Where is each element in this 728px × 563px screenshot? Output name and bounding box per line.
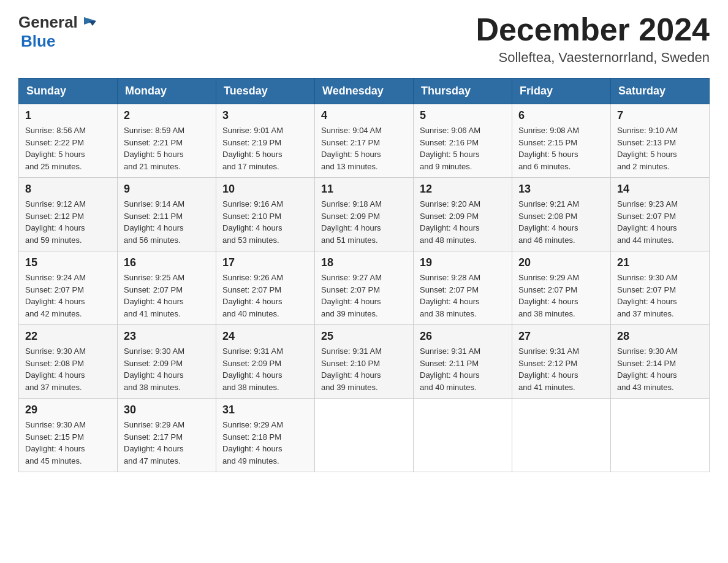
day-number: 5 (420, 109, 506, 122)
calendar-cell: 13Sunrise: 9:21 AMSunset: 2:08 PMDayligh… (512, 178, 611, 251)
calendar-cell: 12Sunrise: 9:20 AMSunset: 2:09 PMDayligh… (414, 178, 512, 251)
col-sunday: Sunday (19, 79, 118, 104)
col-thursday: Thursday (414, 79, 512, 104)
month-year-title: December 2024 (476, 12, 710, 47)
day-number: 31 (222, 404, 308, 416)
calendar-cell: 18Sunrise: 9:27 AMSunset: 2:07 PMDayligh… (315, 251, 414, 325)
logo: General Blue (18, 12, 99, 51)
calendar-header-row: Sunday Monday Tuesday Wednesday Thursday… (19, 79, 710, 104)
day-info: Sunrise: 8:56 AMSunset: 2:22 PMDaylight:… (25, 124, 111, 172)
day-info: Sunrise: 9:29 AMSunset: 2:07 PMDaylight:… (518, 272, 604, 320)
calendar-cell: 15Sunrise: 9:24 AMSunset: 2:07 PMDayligh… (19, 251, 118, 325)
location-subtitle: Solleftea, Vaesternorrland, Sweden (476, 50, 710, 66)
day-info: Sunrise: 9:30 AMSunset: 2:08 PMDaylight:… (25, 345, 111, 393)
day-number: 27 (518, 330, 604, 343)
week-row-3: 15Sunrise: 9:24 AMSunset: 2:07 PMDayligh… (19, 251, 710, 325)
day-number: 10 (222, 183, 308, 196)
calendar-cell: 5Sunrise: 9:06 AMSunset: 2:16 PMDaylight… (414, 104, 512, 178)
calendar-cell: 20Sunrise: 9:29 AMSunset: 2:07 PMDayligh… (512, 251, 611, 325)
day-info: Sunrise: 9:20 AMSunset: 2:09 PMDaylight:… (420, 198, 506, 246)
day-info: Sunrise: 9:14 AMSunset: 2:11 PMDaylight:… (124, 198, 210, 246)
calendar-cell (512, 399, 611, 472)
day-info: Sunrise: 9:24 AMSunset: 2:07 PMDaylight:… (25, 272, 111, 320)
day-number: 29 (25, 404, 111, 416)
week-row-1: 1Sunrise: 8:56 AMSunset: 2:22 PMDaylight… (19, 104, 710, 178)
logo-text-general: General (18, 13, 78, 32)
day-info: Sunrise: 9:26 AMSunset: 2:07 PMDaylight:… (222, 272, 308, 320)
day-info: Sunrise: 9:06 AMSunset: 2:16 PMDaylight:… (420, 124, 506, 172)
day-info: Sunrise: 9:25 AMSunset: 2:07 PMDaylight:… (124, 272, 210, 320)
day-number: 1 (25, 109, 111, 122)
calendar-cell: 27Sunrise: 9:31 AMSunset: 2:12 PMDayligh… (512, 325, 611, 399)
day-info: Sunrise: 9:30 AMSunset: 2:15 PMDaylight:… (25, 419, 111, 467)
day-info: Sunrise: 9:18 AMSunset: 2:09 PMDaylight:… (321, 198, 407, 246)
day-info: Sunrise: 9:31 AMSunset: 2:09 PMDaylight:… (222, 345, 308, 393)
day-number: 13 (518, 183, 604, 196)
calendar-cell: 14Sunrise: 9:23 AMSunset: 2:07 PMDayligh… (611, 178, 710, 251)
day-number: 4 (321, 109, 407, 122)
calendar-cell: 23Sunrise: 9:30 AMSunset: 2:09 PMDayligh… (118, 325, 216, 399)
col-wednesday: Wednesday (315, 79, 414, 104)
day-number: 24 (222, 330, 308, 343)
week-row-4: 22Sunrise: 9:30 AMSunset: 2:08 PMDayligh… (19, 325, 710, 399)
week-row-5: 29Sunrise: 9:30 AMSunset: 2:15 PMDayligh… (19, 399, 710, 472)
day-number: 7 (617, 109, 703, 122)
day-number: 19 (420, 256, 506, 269)
day-info: Sunrise: 9:12 AMSunset: 2:12 PMDaylight:… (25, 198, 111, 246)
calendar-cell: 31Sunrise: 9:29 AMSunset: 2:18 PMDayligh… (216, 399, 315, 472)
calendar-cell: 11Sunrise: 9:18 AMSunset: 2:09 PMDayligh… (315, 178, 414, 251)
day-number: 2 (124, 109, 210, 122)
day-number: 21 (617, 256, 703, 269)
calendar-cell: 3Sunrise: 9:01 AMSunset: 2:19 PMDaylight… (216, 104, 315, 178)
day-info: Sunrise: 9:28 AMSunset: 2:07 PMDaylight:… (420, 272, 506, 320)
calendar-cell: 1Sunrise: 8:56 AMSunset: 2:22 PMDaylight… (19, 104, 118, 178)
day-number: 14 (617, 183, 703, 196)
day-info: Sunrise: 9:31 AMSunset: 2:12 PMDaylight:… (518, 345, 604, 393)
calendar-cell: 19Sunrise: 9:28 AMSunset: 2:07 PMDayligh… (414, 251, 512, 325)
day-number: 25 (321, 330, 407, 343)
calendar-cell: 22Sunrise: 9:30 AMSunset: 2:08 PMDayligh… (19, 325, 118, 399)
day-info: Sunrise: 9:30 AMSunset: 2:07 PMDaylight:… (617, 272, 703, 320)
day-number: 30 (124, 404, 210, 416)
calendar-cell (611, 399, 710, 472)
calendar-cell: 17Sunrise: 9:26 AMSunset: 2:07 PMDayligh… (216, 251, 315, 325)
day-info: Sunrise: 9:31 AMSunset: 2:10 PMDaylight:… (321, 345, 407, 393)
calendar-cell: 4Sunrise: 9:04 AMSunset: 2:17 PMDaylight… (315, 104, 414, 178)
day-info: Sunrise: 9:31 AMSunset: 2:11 PMDaylight:… (420, 345, 506, 393)
day-number: 15 (25, 256, 111, 269)
calendar-cell (414, 399, 512, 472)
day-number: 16 (124, 256, 210, 269)
day-number: 18 (321, 256, 407, 269)
day-number: 8 (25, 183, 111, 196)
day-number: 3 (222, 109, 308, 122)
calendar-cell: 10Sunrise: 9:16 AMSunset: 2:10 PMDayligh… (216, 178, 315, 251)
day-number: 9 (124, 183, 210, 196)
logo-icon (79, 12, 99, 32)
calendar-cell: 16Sunrise: 9:25 AMSunset: 2:07 PMDayligh… (118, 251, 216, 325)
day-info: Sunrise: 9:10 AMSunset: 2:13 PMDaylight:… (617, 124, 703, 172)
day-number: 22 (25, 330, 111, 343)
day-info: Sunrise: 9:27 AMSunset: 2:07 PMDaylight:… (321, 272, 407, 320)
calendar-cell: 9Sunrise: 9:14 AMSunset: 2:11 PMDaylight… (118, 178, 216, 251)
day-number: 11 (321, 183, 407, 196)
calendar-cell: 21Sunrise: 9:30 AMSunset: 2:07 PMDayligh… (611, 251, 710, 325)
logo-text-blue: Blue (21, 32, 55, 51)
svg-marker-1 (89, 21, 96, 26)
day-info: Sunrise: 9:29 AMSunset: 2:17 PMDaylight:… (124, 419, 210, 467)
day-info: Sunrise: 9:01 AMSunset: 2:19 PMDaylight:… (222, 124, 308, 172)
day-number: 17 (222, 256, 308, 269)
calendar-cell: 29Sunrise: 9:30 AMSunset: 2:15 PMDayligh… (19, 399, 118, 472)
day-number: 12 (420, 183, 506, 196)
col-friday: Friday (512, 79, 611, 104)
calendar-table: Sunday Monday Tuesday Wednesday Thursday… (18, 78, 710, 472)
calendar-cell: 28Sunrise: 9:30 AMSunset: 2:14 PMDayligh… (611, 325, 710, 399)
day-info: Sunrise: 9:30 AMSunset: 2:14 PMDaylight:… (617, 345, 703, 393)
calendar-cell: 24Sunrise: 9:31 AMSunset: 2:09 PMDayligh… (216, 325, 315, 399)
calendar-cell: 25Sunrise: 9:31 AMSunset: 2:10 PMDayligh… (315, 325, 414, 399)
day-info: Sunrise: 8:59 AMSunset: 2:21 PMDaylight:… (124, 124, 210, 172)
day-info: Sunrise: 9:30 AMSunset: 2:09 PMDaylight:… (124, 345, 210, 393)
col-monday: Monday (118, 79, 216, 104)
day-number: 6 (518, 109, 604, 122)
day-info: Sunrise: 9:04 AMSunset: 2:17 PMDaylight:… (321, 124, 407, 172)
day-info: Sunrise: 9:21 AMSunset: 2:08 PMDaylight:… (518, 198, 604, 246)
